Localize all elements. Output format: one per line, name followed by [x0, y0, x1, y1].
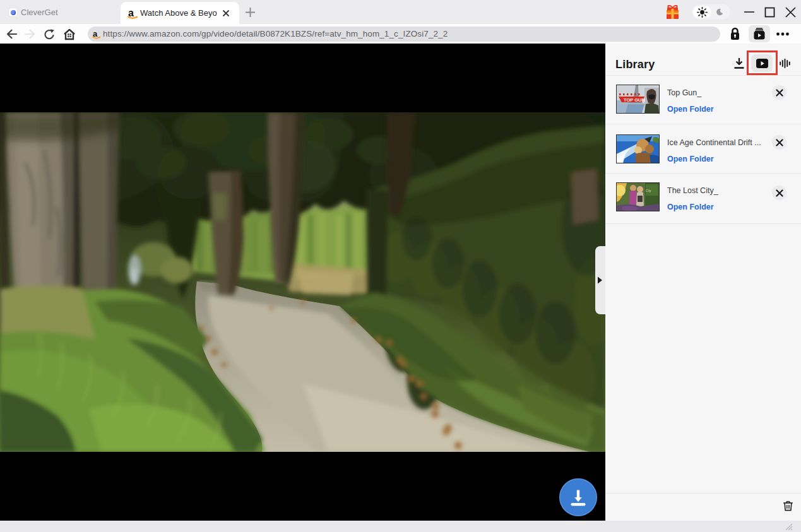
svg-text:City: City	[646, 189, 651, 192]
svg-text:TOP GUN: TOP GUN	[624, 97, 645, 103]
